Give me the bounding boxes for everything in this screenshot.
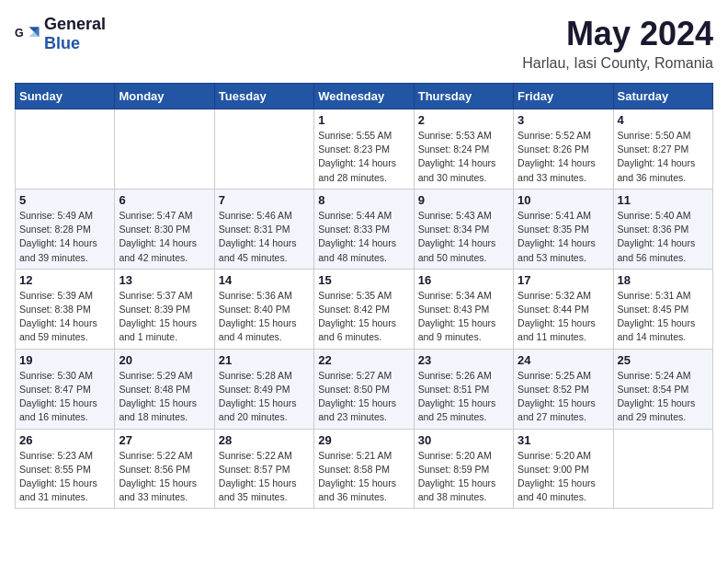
day-number: 26 (19, 433, 110, 447)
column-header-saturday: Saturday (613, 84, 712, 109)
day-number: 18 (618, 273, 709, 287)
calendar-cell: 3Sunrise: 5:52 AM Sunset: 8:26 PM Daylig… (514, 109, 613, 190)
calendar-cell: 11Sunrise: 5:40 AM Sunset: 8:36 PM Dayli… (613, 189, 712, 269)
calendar-cell: 8Sunrise: 5:44 AM Sunset: 8:33 PM Daylig… (314, 189, 414, 269)
day-number: 25 (618, 353, 709, 367)
calendar-cell: 27Sunrise: 5:22 AM Sunset: 8:56 PM Dayli… (115, 429, 214, 509)
day-number: 22 (318, 353, 409, 367)
calendar-cell: 14Sunrise: 5:36 AM Sunset: 8:40 PM Dayli… (214, 269, 313, 349)
day-number: 28 (219, 433, 310, 447)
calendar-title: May 2024 (522, 15, 713, 53)
day-detail: Sunrise: 5:41 AM Sunset: 8:35 PM Dayligh… (518, 209, 609, 265)
day-number: 3 (518, 113, 609, 127)
calendar-cell: 25Sunrise: 5:24 AM Sunset: 8:54 PM Dayli… (613, 349, 712, 429)
day-number: 15 (318, 273, 409, 287)
calendar-cell: 9Sunrise: 5:43 AM Sunset: 8:34 PM Daylig… (414, 189, 513, 269)
calendar-cell: 31Sunrise: 5:20 AM Sunset: 9:00 PM Dayli… (514, 429, 613, 509)
calendar-cell (115, 109, 214, 190)
calendar-cell (214, 109, 313, 190)
calendar-cell: 19Sunrise: 5:30 AM Sunset: 8:47 PM Dayli… (16, 349, 115, 429)
day-detail: Sunrise: 5:22 AM Sunset: 8:57 PM Dayligh… (219, 449, 310, 505)
calendar-cell (16, 109, 115, 190)
calendar-cell: 12Sunrise: 5:39 AM Sunset: 8:38 PM Dayli… (16, 269, 115, 349)
day-number: 6 (119, 193, 210, 207)
day-detail: Sunrise: 5:29 AM Sunset: 8:48 PM Dayligh… (119, 369, 210, 425)
calendar-cell: 23Sunrise: 5:26 AM Sunset: 8:51 PM Dayli… (414, 349, 513, 429)
calendar-cell: 13Sunrise: 5:37 AM Sunset: 8:39 PM Dayli… (115, 269, 214, 349)
day-detail: Sunrise: 5:32 AM Sunset: 8:44 PM Dayligh… (518, 289, 609, 345)
column-header-sunday: Sunday (16, 84, 115, 109)
week-row-1: 1Sunrise: 5:55 AM Sunset: 8:23 PM Daylig… (16, 109, 713, 190)
day-detail: Sunrise: 5:52 AM Sunset: 8:26 PM Dayligh… (518, 129, 609, 185)
day-detail: Sunrise: 5:39 AM Sunset: 8:38 PM Dayligh… (19, 289, 110, 345)
day-number: 13 (119, 273, 210, 287)
calendar-location: Harlau, Iasi County, Romania (522, 55, 713, 72)
day-detail: Sunrise: 5:47 AM Sunset: 8:30 PM Dayligh… (119, 209, 210, 265)
week-row-5: 26Sunrise: 5:23 AM Sunset: 8:55 PM Dayli… (16, 429, 713, 509)
day-detail: Sunrise: 5:50 AM Sunset: 8:27 PM Dayligh… (618, 129, 709, 185)
svg-text:G: G (15, 27, 24, 40)
calendar-cell: 2Sunrise: 5:53 AM Sunset: 8:24 PM Daylig… (414, 109, 513, 190)
week-row-4: 19Sunrise: 5:30 AM Sunset: 8:47 PM Dayli… (16, 349, 713, 429)
day-number: 8 (318, 193, 409, 207)
calendar-cell: 26Sunrise: 5:23 AM Sunset: 8:55 PM Dayli… (16, 429, 115, 509)
day-detail: Sunrise: 5:35 AM Sunset: 8:42 PM Dayligh… (318, 289, 409, 345)
calendar-cell: 30Sunrise: 5:20 AM Sunset: 8:59 PM Dayli… (414, 429, 513, 509)
day-detail: Sunrise: 5:20 AM Sunset: 8:59 PM Dayligh… (418, 449, 509, 505)
calendar-cell (613, 429, 712, 509)
day-number: 27 (119, 433, 210, 447)
day-number: 1 (318, 113, 409, 127)
calendar-cell: 22Sunrise: 5:27 AM Sunset: 8:50 PM Dayli… (314, 349, 414, 429)
day-detail: Sunrise: 5:27 AM Sunset: 8:50 PM Dayligh… (318, 369, 409, 425)
day-detail: Sunrise: 5:55 AM Sunset: 8:23 PM Dayligh… (318, 129, 409, 185)
calendar-cell: 15Sunrise: 5:35 AM Sunset: 8:42 PM Dayli… (314, 269, 414, 349)
day-number: 14 (219, 273, 310, 287)
day-detail: Sunrise: 5:40 AM Sunset: 8:36 PM Dayligh… (618, 209, 709, 265)
column-header-wednesday: Wednesday (314, 84, 414, 109)
calendar-cell: 21Sunrise: 5:28 AM Sunset: 8:49 PM Dayli… (214, 349, 313, 429)
title-block: May 2024 Harlau, Iasi County, Romania (522, 15, 713, 72)
day-detail: Sunrise: 5:22 AM Sunset: 8:56 PM Dayligh… (119, 449, 210, 505)
calendar-cell: 10Sunrise: 5:41 AM Sunset: 8:35 PM Dayli… (514, 189, 613, 269)
day-detail: Sunrise: 5:46 AM Sunset: 8:31 PM Dayligh… (219, 209, 310, 265)
day-number: 17 (518, 273, 609, 287)
column-header-tuesday: Tuesday (214, 84, 313, 109)
day-number: 23 (418, 353, 509, 367)
calendar-table: SundayMondayTuesdayWednesdayThursdayFrid… (15, 83, 713, 509)
calendar-body: 1Sunrise: 5:55 AM Sunset: 8:23 PM Daylig… (16, 109, 713, 509)
day-number: 30 (418, 433, 509, 447)
day-detail: Sunrise: 5:44 AM Sunset: 8:33 PM Dayligh… (318, 209, 409, 265)
day-detail: Sunrise: 5:23 AM Sunset: 8:55 PM Dayligh… (19, 449, 110, 505)
day-number: 20 (119, 353, 210, 367)
column-header-friday: Friday (514, 84, 613, 109)
day-number: 16 (418, 273, 509, 287)
logo-general-text: General (44, 15, 106, 33)
day-detail: Sunrise: 5:36 AM Sunset: 8:40 PM Dayligh… (219, 289, 310, 345)
day-number: 21 (219, 353, 310, 367)
day-number: 2 (418, 113, 509, 127)
column-headers-row: SundayMondayTuesdayWednesdayThursdayFrid… (16, 84, 713, 109)
calendar-cell: 7Sunrise: 5:46 AM Sunset: 8:31 PM Daylig… (214, 189, 313, 269)
calendar-cell: 29Sunrise: 5:21 AM Sunset: 8:58 PM Dayli… (314, 429, 414, 509)
day-detail: Sunrise: 5:21 AM Sunset: 8:58 PM Dayligh… (318, 449, 409, 505)
day-detail: Sunrise: 5:37 AM Sunset: 8:39 PM Dayligh… (119, 289, 210, 345)
logo-icon: G (15, 21, 40, 47)
day-detail: Sunrise: 5:43 AM Sunset: 8:34 PM Dayligh… (418, 209, 509, 265)
day-detail: Sunrise: 5:53 AM Sunset: 8:24 PM Dayligh… (418, 129, 509, 185)
day-number: 9 (418, 193, 509, 207)
calendar-cell: 1Sunrise: 5:55 AM Sunset: 8:23 PM Daylig… (314, 109, 414, 190)
day-number: 12 (19, 273, 110, 287)
day-detail: Sunrise: 5:20 AM Sunset: 9:00 PM Dayligh… (518, 449, 609, 505)
column-header-thursday: Thursday (414, 84, 513, 109)
calendar-cell: 4Sunrise: 5:50 AM Sunset: 8:27 PM Daylig… (613, 109, 712, 190)
calendar-cell: 16Sunrise: 5:34 AM Sunset: 8:43 PM Dayli… (414, 269, 513, 349)
day-number: 5 (19, 193, 110, 207)
day-number: 19 (19, 353, 110, 367)
day-number: 31 (518, 433, 609, 447)
day-number: 29 (318, 433, 409, 447)
page-header: G General Blue May 2024 Harlau, Iasi Cou… (15, 15, 713, 72)
day-number: 10 (518, 193, 609, 207)
day-detail: Sunrise: 5:26 AM Sunset: 8:51 PM Dayligh… (418, 369, 509, 425)
week-row-2: 5Sunrise: 5:49 AM Sunset: 8:28 PM Daylig… (16, 189, 713, 269)
calendar-cell: 24Sunrise: 5:25 AM Sunset: 8:52 PM Dayli… (514, 349, 613, 429)
